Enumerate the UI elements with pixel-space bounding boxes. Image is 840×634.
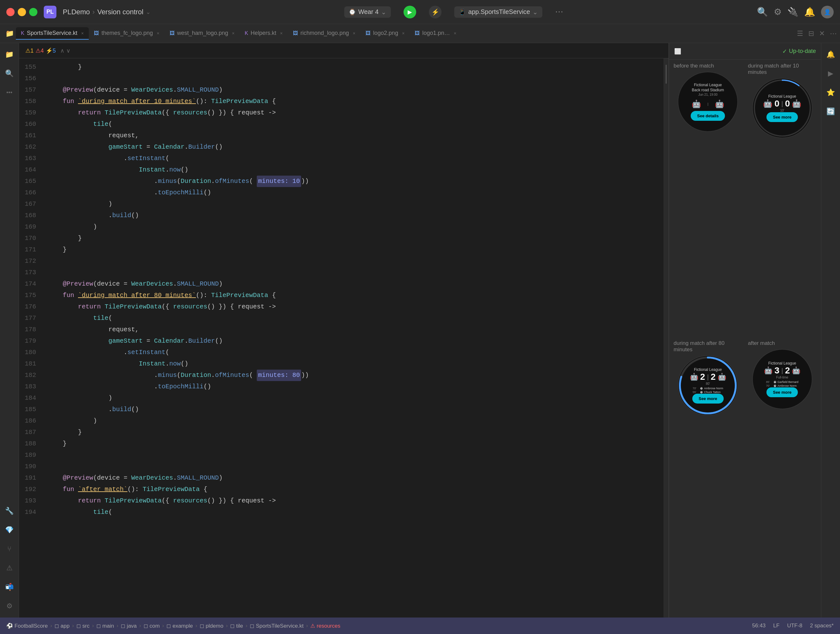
breadcrumb-pldemo[interactable]: ◻ pldemo bbox=[200, 623, 223, 629]
see-more-button-10[interactable]: See more bbox=[766, 112, 798, 122]
expand-warnings-icon[interactable]: ∧ bbox=[60, 47, 64, 54]
code-line-194: tile( bbox=[47, 507, 657, 518]
score-divider-80: | bbox=[707, 373, 709, 381]
cell-label-before: before the match bbox=[672, 63, 714, 69]
breadcrumb-src[interactable]: ◻ src bbox=[76, 623, 89, 629]
version-control-chevron: ⌄ bbox=[146, 9, 150, 16]
notification-icon[interactable]: 🔔 bbox=[804, 7, 815, 17]
code-line-174: @Preview(device = WearDevices.SMALL_ROUN… bbox=[47, 278, 657, 290]
png-file-icon: 🖼 bbox=[365, 30, 371, 36]
watch-scorers-after: 85' ⚽ Garfield Bernard 70' ⚽ Ambrose Nor… bbox=[766, 380, 799, 387]
tab-close-icon[interactable]: × bbox=[156, 31, 159, 36]
vertical-scrollbar[interactable] bbox=[666, 65, 666, 84]
scorer1-name: Ambrose Norm bbox=[704, 387, 723, 390]
breadcrumb-resources[interactable]: ⚠ resources bbox=[310, 623, 340, 629]
breadcrumb-main[interactable]: ◻ main bbox=[96, 623, 114, 629]
tab-close-icon[interactable]: × bbox=[453, 31, 456, 36]
scorer2-min: 55' bbox=[693, 391, 699, 394]
breadcrumb-sep-5: › bbox=[139, 623, 141, 629]
sidebar-icon-settings[interactable]: ⚙ bbox=[3, 600, 16, 612]
svg-point-3 bbox=[680, 357, 736, 413]
folder-icon[interactable]: 📁 bbox=[3, 27, 16, 40]
settings-icon[interactable]: ⚙ bbox=[774, 7, 782, 17]
sidebar-icon-more[interactable]: ••• bbox=[3, 86, 16, 99]
service-chevron-icon: ⌄ bbox=[532, 8, 538, 16]
more-tabs-icon[interactable]: ⋯ bbox=[830, 30, 837, 38]
code-line-192: fun `after match`(): TilePreviewData { bbox=[47, 484, 657, 495]
tab-logo2[interactable]: 🖼 logo2.png × bbox=[360, 27, 409, 40]
split-editor-icon[interactable]: ⊟ bbox=[808, 30, 814, 38]
tab-themes-fc-logo[interactable]: 🖼 themes_fc_logo.png × bbox=[89, 27, 164, 40]
scorer2-after-name: Ambrose Norm bbox=[778, 384, 797, 387]
tab-list-icon[interactable]: ☰ bbox=[797, 30, 803, 38]
sidebar-icon-problems[interactable]: ⚠ bbox=[3, 562, 16, 574]
code-line-164: Instant.now() bbox=[47, 164, 657, 175]
breadcrumb-tile[interactable]: ◻ tile bbox=[230, 623, 243, 629]
sidebar-icon-project[interactable]: 📁 bbox=[3, 48, 16, 61]
watch-face-during-80: Fictional League 🤖 2 | 2 🤖 80' 70' bbox=[678, 355, 738, 416]
editor-header: ⚠1 ⚠4 ⚡5 ∧ ∨ bbox=[19, 43, 668, 58]
tab-logo1[interactable]: 🖼 logo1.pn… × bbox=[409, 27, 461, 40]
collapse-warnings-icon[interactable]: ∨ bbox=[66, 47, 70, 54]
more-options-icon[interactable]: ⋯ bbox=[555, 7, 563, 17]
tab-close-icon[interactable]: × bbox=[81, 31, 84, 36]
breadcrumb-file[interactable]: ◻ SportsTileService.kt bbox=[250, 623, 303, 629]
service-selector[interactable]: 📱 app.SportsTileService ⌄ bbox=[454, 6, 542, 18]
tab-close-icon[interactable]: × bbox=[402, 31, 404, 36]
android-icon-home-10: 🤖 bbox=[763, 99, 772, 108]
vs-divider: | bbox=[707, 103, 709, 106]
code-line-168: .build() bbox=[47, 210, 657, 221]
code-line-171: } bbox=[47, 244, 657, 256]
minimize-button[interactable] bbox=[18, 8, 26, 16]
right-sidebar-icon-star[interactable]: ⭐ bbox=[824, 86, 837, 99]
debug-button[interactable]: ⚡ bbox=[429, 6, 442, 18]
code-line-191: @Preview(device = WearDevices.SMALL_ROUN… bbox=[47, 472, 657, 484]
service-name: app.SportsTileService bbox=[468, 8, 530, 16]
tab-close-icon[interactable]: × bbox=[280, 31, 283, 36]
sidebar-icon-search[interactable]: 🔍 bbox=[3, 67, 16, 80]
code-line-172 bbox=[47, 256, 657, 267]
maximize-button[interactable] bbox=[29, 8, 37, 16]
tab-helpers-kt[interactable]: K Helpers.kt × bbox=[240, 27, 288, 40]
right-sidebar-icon-sync[interactable]: 🔄 bbox=[824, 105, 837, 118]
close-button[interactable] bbox=[6, 8, 14, 16]
sidebar-icon-tools[interactable]: 🔧 bbox=[3, 505, 16, 517]
tab-label: richmond_logo.png bbox=[300, 30, 349, 36]
scorer1-dot-icon: ⚽ bbox=[700, 387, 703, 390]
right-sidebar-icon-notifications[interactable]: 🔔 bbox=[824, 48, 837, 61]
run-button[interactable]: ▶ bbox=[404, 6, 416, 18]
search-icon[interactable]: 🔍 bbox=[757, 7, 768, 17]
breadcrumb-app[interactable]: ◻ app bbox=[55, 623, 69, 629]
png-file-icon: 🖼 bbox=[293, 30, 298, 36]
user-avatar[interactable]: 👤 bbox=[821, 6, 834, 18]
plugins-icon[interactable]: 🔌 bbox=[787, 7, 799, 17]
breadcrumb-sep-7: › bbox=[195, 623, 197, 629]
scorer-row-after-1: 85' ⚽ Garfield Bernard bbox=[766, 380, 799, 384]
tab-west-ham-logo[interactable]: 🖼 west_ham_logo.png × bbox=[164, 27, 240, 40]
code-editor: ⚠1 ⚠4 ⚡5 ∧ ∨ 155156157158159 16016116216… bbox=[19, 43, 668, 618]
see-more-button-80[interactable]: See more bbox=[692, 394, 724, 403]
kt-file-icon: K bbox=[21, 30, 24, 36]
right-sidebar-icon-run[interactable]: ▶ bbox=[824, 67, 837, 80]
tab-label: logo1.pn… bbox=[422, 30, 450, 36]
app-name[interactable]: PLDemo bbox=[63, 8, 90, 16]
close-all-tabs-icon[interactable]: ✕ bbox=[819, 30, 825, 38]
tab-sports-tile-service[interactable]: K SportsTileService.kt × bbox=[16, 27, 89, 40]
tab-close-icon[interactable]: × bbox=[232, 31, 235, 36]
tab-close-icon[interactable]: × bbox=[353, 31, 355, 36]
version-control-label[interactable]: Version control bbox=[97, 8, 144, 16]
code-line-156 bbox=[47, 73, 657, 84]
see-details-button[interactable]: See details bbox=[691, 111, 725, 121]
breadcrumb-example[interactable]: ◻ example bbox=[166, 623, 193, 629]
breadcrumb-com[interactable]: ◻ com bbox=[144, 623, 160, 629]
sidebar-icon-git[interactable]: ⑂ bbox=[3, 543, 16, 555]
sidebar-icon-run[interactable]: 📬 bbox=[3, 581, 16, 593]
watch-container-after: Fictional League 🤖 3 | 2 🤖 Full-time 85' bbox=[747, 349, 818, 409]
device-selector[interactable]: ⌚ Wear 4 ⌄ bbox=[344, 6, 391, 18]
see-more-button-after[interactable]: See more bbox=[766, 387, 798, 397]
breadcrumb-football-score[interactable]: ⚽ FootballScore bbox=[6, 623, 48, 629]
tab-richmond-logo[interactable]: 🖼 richmond_logo.png × bbox=[288, 27, 360, 40]
sidebar-icon-design[interactable]: 💎 bbox=[3, 524, 16, 536]
code-line-185: .build() bbox=[47, 404, 657, 415]
breadcrumb-java[interactable]: ◻ java bbox=[121, 623, 137, 629]
